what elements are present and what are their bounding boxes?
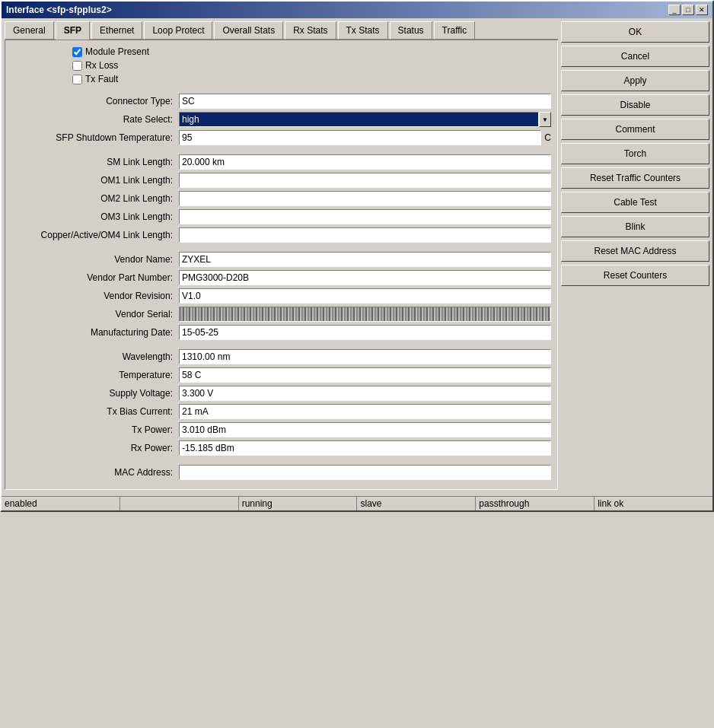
rate-select-label: Rate Select: [11,114,179,125]
sfp-shutdown-wrapper: C [179,130,551,145]
mac-address-input[interactable] [179,465,551,480]
tx-bias-current-input[interactable] [179,404,551,419]
tx-fault-row: Tx Fault [72,74,551,84]
sm-link-length-label: SM Link Length: [11,157,179,167]
connector-type-label: Connector Type: [11,96,179,106]
tx-power-input[interactable] [179,422,551,437]
supply-voltage-input[interactable] [179,386,551,401]
status-slave: slave [357,497,476,510]
om2-link-length-input[interactable] [179,191,551,206]
temperature-input[interactable] [179,367,551,383]
temperature-row: Temperature: [11,367,551,383]
om1-link-length-input[interactable] [179,173,551,188]
torch-button[interactable]: Torch [561,143,709,164]
tab-loop-protect[interactable]: Loop Protect [144,21,212,40]
cancel-button[interactable]: Cancel [561,46,709,67]
manufacturing-date-label: Manufacturing Date: [11,327,179,338]
rx-power-label: Rx Power: [11,443,179,453]
vendor-serial-display [179,307,551,322]
status-link-ok: link ok [594,497,712,510]
sm-link-length-input[interactable] [179,154,551,170]
reset-counters-button[interactable]: Reset Counters [561,265,709,286]
ok-button[interactable]: OK [561,21,709,43]
tx-fault-checkbox[interactable] [72,75,82,84]
sfp-shutdown-temp-row: SFP Shutdown Temperature: C [11,130,551,145]
rx-loss-checkbox[interactable] [72,61,82,71]
apply-button[interactable]: Apply [561,70,709,91]
content-area: General SFP Ethernet Loop Protect Overal… [2,18,712,493]
manufacturing-date-row: Manufacturing Date: [11,325,551,340]
wavelength-label: Wavelength: [11,351,179,362]
status-bar: enabled running slave passthrough link o… [2,496,712,510]
rx-loss-label: Rx Loss [85,60,118,71]
reset-mac-address-button[interactable]: Reset MAC Address [561,240,709,262]
tab-rx-stats[interactable]: Rx Stats [285,21,336,40]
tab-ethernet[interactable]: Ethernet [91,21,142,40]
vendor-part-number-input[interactable] [179,270,551,285]
status-passthrough: passthrough [476,497,594,510]
vendor-name-row: Vendor Name: [11,252,551,267]
status-running: running [239,497,358,510]
sm-link-length-row: SM Link Length: [11,154,551,170]
blink-button[interactable]: Blink [561,216,709,237]
manufacturing-date-input[interactable] [179,325,551,340]
supply-voltage-label: Supply Voltage: [11,388,179,399]
vendor-revision-input[interactable] [179,288,551,304]
minimize-button[interactable]: _ [668,5,681,15]
copper-link-length-label: Copper/Active/OM4 Link Length: [11,230,179,240]
title-bar: Interface <sfp-sfpplus2> _ □ ✕ [2,2,712,18]
main-panel: General SFP Ethernet Loop Protect Overal… [5,21,558,490]
window-title: Interface <sfp-sfpplus2> [6,5,112,15]
tab-general[interactable]: General [5,21,54,40]
tab-traffic[interactable]: Traffic [434,21,476,40]
module-present-row: Module Present [72,46,551,57]
tx-bias-current-row: Tx Bias Current: [11,404,551,419]
copper-link-length-input[interactable] [179,227,551,243]
status-enabled: enabled [2,497,120,510]
wavelength-input[interactable] [179,349,551,364]
vendor-part-number-row: Vendor Part Number: [11,270,551,285]
om1-link-length-row: OM1 Link Length: [11,173,551,188]
temp-unit-label: C [544,132,551,143]
close-button[interactable]: ✕ [696,5,708,15]
rate-select-dropdown-wrapper: ▼ [179,112,551,127]
rx-power-row: Rx Power: [11,440,551,456]
temperature-label: Temperature: [11,370,179,380]
rate-select-input[interactable] [179,112,539,127]
module-present-label: Module Present [85,46,149,57]
comment-button[interactable]: Comment [561,119,709,140]
mac-address-label: MAC Address: [11,467,179,478]
rate-select-dropdown-button[interactable]: ▼ [539,112,551,127]
connector-type-input[interactable] [179,94,551,109]
om1-link-length-label: OM1 Link Length: [11,175,179,186]
tab-status[interactable]: Status [390,21,432,40]
module-present-checkbox[interactable] [72,47,82,57]
tx-power-row: Tx Power: [11,422,551,437]
tx-bias-current-label: Tx Bias Current: [11,406,179,417]
tab-overall-stats[interactable]: Overall Stats [214,21,283,40]
maximize-button[interactable]: □ [682,5,694,15]
vendor-part-number-label: Vendor Part Number: [11,272,179,283]
rx-power-input[interactable] [179,440,551,456]
main-window: Interface <sfp-sfpplus2> _ □ ✕ General S… [0,0,714,512]
vendor-serial-label: Vendor Serial: [11,309,179,319]
sfp-form: Module Present Rx Loss Tx Fault Connecto… [5,40,558,490]
om3-link-length-input[interactable] [179,209,551,224]
tab-tx-stats[interactable]: Tx Stats [338,21,388,40]
disable-button[interactable]: Disable [561,94,709,116]
sfp-shutdown-temp-label: SFP Shutdown Temperature: [11,132,179,143]
vendor-revision-row: Vendor Revision: [11,288,551,304]
connector-type-row: Connector Type: [11,94,551,109]
sfp-shutdown-temp-input[interactable] [179,130,541,145]
om2-link-length-label: OM2 Link Length: [11,193,179,204]
rate-select-row: Rate Select: ▼ [11,112,551,127]
cable-test-button[interactable]: Cable Test [561,192,709,213]
vendor-name-input[interactable] [179,252,551,267]
om3-link-length-label: OM3 Link Length: [11,211,179,222]
tab-sfp[interactable]: SFP [56,21,90,40]
title-bar-buttons: _ □ ✕ [668,5,708,15]
wavelength-row: Wavelength: [11,349,551,364]
tab-bar: General SFP Ethernet Loop Protect Overal… [5,21,558,40]
reset-traffic-counters-button[interactable]: Reset Traffic Counters [561,167,709,189]
copper-link-length-row: Copper/Active/OM4 Link Length: [11,227,551,243]
